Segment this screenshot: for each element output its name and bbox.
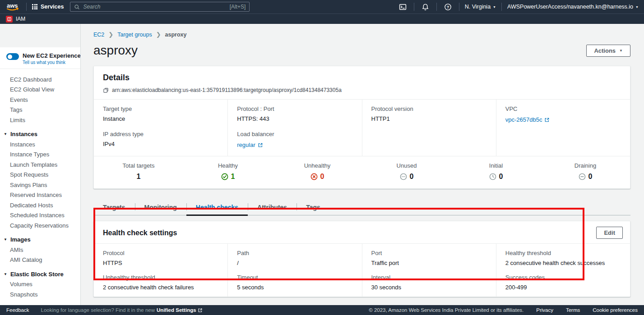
sidebar-item-scheduled-instances[interactable]: Scheduled Instances: [0, 210, 80, 221]
protocol-port-value: HTTPS: 443: [237, 115, 352, 122]
vpc-link[interactable]: vpc-2657db5c: [505, 116, 550, 123]
counter-label: Draining: [575, 162, 596, 169]
sidebar-item-ec2-global-view[interactable]: EC2 Global View: [0, 85, 80, 95]
tab-tags[interactable]: Tags: [297, 200, 330, 215]
feedback-button[interactable]: Feedback: [6, 307, 29, 313]
check-circle-icon: [221, 173, 228, 180]
load-balancer-link[interactable]: regular: [237, 142, 263, 148]
sidebar-item-savings-plans[interactable]: Savings Plans: [0, 180, 80, 190]
vpc-value: vpc-2657db5c: [505, 116, 542, 123]
counter-label: Initial: [489, 162, 503, 169]
unified-settings-link[interactable]: Unified Settings: [157, 307, 203, 313]
field-label: Healthy threshold: [505, 250, 621, 256]
field-label: Path: [237, 250, 352, 256]
chevron-right-icon: ❯: [108, 31, 113, 38]
health-check-settings-title: Health check settings: [103, 229, 177, 237]
sidebar-item-events[interactable]: Events: [0, 95, 80, 105]
tab-monitoring[interactable]: Monitoring: [135, 200, 186, 215]
cookie-preferences-link[interactable]: Cookie preferences: [593, 307, 638, 313]
iam-service-label[interactable]: IAM: [16, 16, 25, 22]
sidebar-item-reserved-instances[interactable]: Reserved Instances: [0, 190, 80, 201]
breadcrumb-target-groups[interactable]: Target groups: [117, 32, 152, 38]
sidebar-item-spot-requests[interactable]: Spot Requests: [0, 170, 80, 180]
section-label: Instances: [10, 131, 37, 137]
sidebar-section-images[interactable]: ▼ Images: [0, 235, 80, 245]
sidebar-item-tags[interactable]: Tags: [0, 105, 80, 115]
tab-targets[interactable]: Targets: [93, 200, 135, 215]
aws-logo[interactable]: aws: [5, 2, 21, 12]
counter-label: Unhealthy: [304, 162, 331, 169]
cloudshell-button[interactable]: [397, 3, 408, 11]
sidebar-item-launch-templates[interactable]: Launch Templates: [0, 160, 80, 170]
field-label: Port: [371, 250, 487, 256]
actions-button[interactable]: Actions ▼: [586, 45, 630, 57]
copyright-text: © 2023, Amazon Web Services India Privat…: [369, 307, 524, 313]
field-label: Unhealthy threshold: [103, 274, 218, 281]
services-grid-icon: [32, 4, 37, 9]
new-experience-toggle[interactable]: [6, 53, 19, 60]
initial-counter: Initial 0: [451, 162, 541, 181]
sidebar-item-amis[interactable]: AMIs: [0, 245, 80, 255]
sidebar-item-dedicated-hosts[interactable]: Dedicated Hosts: [0, 200, 80, 210]
chevron-right-icon: ❯: [156, 31, 161, 38]
breadcrumb-ec2[interactable]: EC2: [93, 32, 104, 38]
feedback-link[interactable]: Tell us what you think: [23, 60, 80, 65]
help-icon: ?: [444, 3, 452, 11]
sidebar-item-limits[interactable]: Limits: [0, 115, 80, 125]
tab-health-checks[interactable]: Health checks: [186, 200, 248, 215]
field-label: Timeout: [237, 274, 352, 281]
divider: [414, 3, 414, 11]
sidebar-item-instances[interactable]: Instances: [0, 139, 80, 150]
notifications-bell-icon: [422, 3, 429, 11]
healthy-counter: Healthy 1: [183, 162, 273, 181]
clock-icon: [489, 173, 496, 180]
sidebar-item-ami-catalog[interactable]: AMI Catalog: [0, 255, 80, 265]
field-label: Protocol : Port: [237, 105, 352, 112]
unified-settings-label: Unified Settings: [157, 307, 196, 313]
search-icon: [74, 4, 80, 10]
global-search[interactable]: [Alt+S]: [70, 2, 250, 12]
sidebar-item-volumes[interactable]: Volumes: [0, 279, 80, 290]
footer-bar: Feedback Looking for language selection?…: [0, 305, 644, 315]
protocol-version-value: HTTP1: [371, 115, 487, 122]
terms-link[interactable]: Terms: [566, 307, 580, 313]
triangle-down-icon: ▼: [4, 272, 7, 276]
tab-bar: Targets Monitoring Health checks Attribu…: [93, 200, 630, 215]
privacy-link[interactable]: Privacy: [536, 307, 553, 313]
tab-attributes[interactable]: Attributes: [248, 200, 297, 215]
counter-value: 1: [137, 173, 141, 181]
language-selection-note: Looking for language selection? Find it …: [41, 307, 203, 313]
ip-address-type-value: IPv4: [103, 141, 218, 147]
region-selector[interactable]: N. Virginia ▼: [465, 4, 496, 10]
account-menu[interactable]: AWSPowerUserAccess/navaneeth.kn@harness.…: [507, 4, 639, 10]
services-menu-button[interactable]: Services: [32, 4, 64, 10]
new-experience-label: New EC2 Experience: [23, 52, 80, 59]
field-label: IP address type: [103, 131, 218, 137]
iam-service-icon[interactable]: [6, 16, 13, 23]
edit-button[interactable]: Edit: [596, 227, 623, 239]
field-label: Protocol version: [371, 105, 487, 112]
account-label: AWSPowerUserAccess/navaneeth.kn@harness.…: [507, 4, 633, 10]
sidebar-spacer: [0, 24, 80, 47]
help-button[interactable]: ?: [442, 3, 454, 11]
sidebar-item-capacity-reservations[interactable]: Capacity Reservations: [0, 220, 80, 231]
minus-circle-icon: [579, 173, 586, 180]
hc-port-value: Traffic port: [371, 260, 487, 266]
details-panel: Details arn:aws:elasticloadbalancing:us-…: [93, 66, 630, 189]
search-input[interactable]: [83, 4, 226, 10]
copy-icon[interactable]: [103, 87, 109, 93]
sidebar-item-ec2-dashboard[interactable]: EC2 Dashboard: [0, 74, 80, 85]
sidebar-section-instances[interactable]: ▼ Instances: [0, 129, 80, 140]
target-status-summary: Total targets 1 Healthy 1 Unhealthy 0: [94, 156, 630, 188]
notifications-button[interactable]: [420, 3, 431, 11]
counter-value: 0: [320, 173, 324, 181]
divider: [459, 3, 459, 11]
main-content: EC2 ❯ Target groups ❯ asproxy asproxy Ac…: [81, 24, 644, 305]
sidebar-section-elastic-block-store[interactable]: ▼ Elastic Block Store: [0, 269, 80, 279]
sidebar-item-snapshots[interactable]: Snapshots: [0, 289, 80, 300]
chevron-down-icon: ▼: [619, 49, 623, 53]
counter-value: 0: [499, 173, 503, 181]
recent-service-bar: IAM: [0, 14, 644, 24]
sidebar-item-instance-types[interactable]: Instance Types: [0, 150, 80, 160]
unused-counter: Unused 0: [362, 162, 451, 181]
